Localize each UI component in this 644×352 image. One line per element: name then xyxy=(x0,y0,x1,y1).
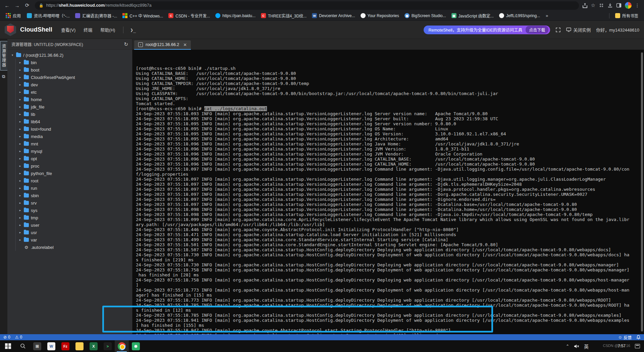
remoteshell-promo-banner[interactable]: RemoteShell，支持升级为全量IDE的资源访问工具 点击下载 xyxy=(424,26,550,34)
tree-item-user[interactable]: ▸user xyxy=(16,221,132,229)
tree-item-etc[interactable]: ▸etc xyxy=(16,88,132,96)
tree-item-jdk_file[interactable]: ▸jdk_file xyxy=(16,103,132,111)
bookmark-item[interactable]: WDevcenter Archive... xyxy=(310,12,357,19)
taskbar-filezilla-icon[interactable]: Fz xyxy=(58,340,72,352)
terminal-line: 24-Sep-2023 07:55:18.097 INFO [main] org… xyxy=(136,192,644,197)
tree-item-var[interactable]: ▸var xyxy=(16,236,132,244)
terminal-scrollbar[interactable] xyxy=(641,52,643,332)
menu-help[interactable]: 帮助(H) xyxy=(100,27,115,33)
tree-item-mnt[interactable]: ▸mnt xyxy=(16,140,132,147)
problems-warnings[interactable]: ⚠ 0 xyxy=(15,335,22,340)
tray-expand-icon[interactable]: ⌃ xyxy=(566,344,569,349)
tree-item-lost+found[interactable]: ▸lost+found xyxy=(16,125,132,133)
volume-muted-icon[interactable] xyxy=(574,344,579,349)
tree-item-autorelabel[interactable]: ⚙.autorelabel xyxy=(16,244,132,251)
back-icon[interactable]: ← xyxy=(3,1,11,9)
terminal-tabbar: › root@121.36.66.2 ✕ xyxy=(132,39,644,50)
terminal-output[interactable]: [root@hcss-ecs-c650 bin]# ./startup.shUs… xyxy=(132,50,644,334)
taskbar-clock[interactable]: 7:57 CSDN @ym...16 xyxy=(593,340,630,352)
fullscreen-icon[interactable] xyxy=(555,27,561,33)
tree-item-media[interactable]: ▸media xyxy=(16,133,132,140)
tree-item-proc[interactable]: ▸proc xyxy=(16,162,132,170)
bookmark-item[interactable]: CTHREE实战4_3D纹... xyxy=(259,12,309,19)
taskbar-code-terminal-icon[interactable]: > xyxy=(101,340,115,352)
bookmark-item[interactable]: ▣BigScreen Studio... xyxy=(402,12,448,19)
tree-item-root[interactable]: ▸root xyxy=(16,177,132,184)
terminal-line: 24-Sep-2023 07:55:18.095 INFO [main] org… xyxy=(136,131,644,136)
lock-icon: 🔒 xyxy=(39,3,44,8)
tree-item-sbin[interactable]: ▸sbin xyxy=(16,192,132,199)
tree-item-home[interactable]: ▸home xyxy=(16,96,132,103)
notifications-bell-icon[interactable] xyxy=(636,335,641,340)
bookmark-item[interactable]: CCSDN - 专业开发... xyxy=(166,12,212,19)
taskbar-app-window-icon[interactable]: ▣ xyxy=(30,340,44,352)
address-bar[interactable]: 🔒 https://shell.huaweicloud.com/remote/k… xyxy=(35,1,579,10)
menu-kebab-icon[interactable]: ⋮ xyxy=(635,3,640,8)
chevron-right-icon: ▸ xyxy=(18,201,22,205)
tree-item-boot[interactable]: ▸boot xyxy=(16,66,132,74)
downloads-icon[interactable] xyxy=(607,3,613,8)
side-panel-icon[interactable] xyxy=(616,3,622,8)
activity-tab-explorer[interactable]: 资源管理器 xyxy=(0,41,8,71)
share-icon[interactable] xyxy=(582,3,588,8)
new-terminal-icon[interactable]: ❯_ xyxy=(130,27,136,33)
all-bookmarks-button[interactable]: 所有书签 xyxy=(613,12,641,19)
bookmark-item[interactable]: 汇编语言|寄存器 -... xyxy=(73,12,119,19)
input-language[interactable]: 英 xyxy=(584,343,589,350)
extension-icon[interactable] xyxy=(599,3,604,8)
tree-item-lib[interactable]: ▸lib xyxy=(16,111,132,118)
files-icon[interactable]: ⧉ xyxy=(2,74,5,79)
tree-item-opt[interactable]: ▸opt xyxy=(16,155,132,162)
apps-shortcut[interactable]: 应用 xyxy=(3,12,23,19)
bookmarks-overflow-icon[interactable]: » xyxy=(544,13,550,18)
tree-item-sys[interactable]: ▸sys xyxy=(16,207,132,214)
taskbar-excel-icon[interactable]: X xyxy=(87,340,101,352)
tree-item-tmp[interactable]: ▸tmp xyxy=(16,214,132,221)
refresh-icon[interactable]: ↻ xyxy=(124,41,128,47)
chevron-right-icon: ▸ xyxy=(18,127,22,131)
reload-icon[interactable]: ⟳ xyxy=(23,1,32,9)
bookmark-item[interactable]: Your Repositories xyxy=(358,12,401,19)
taskbar-wechat-icon[interactable]: ◉ xyxy=(129,340,143,352)
action-center-icon[interactable] xyxy=(635,344,640,348)
menu-view[interactable]: 查看(V) xyxy=(61,27,75,33)
taskbar-search-button[interactable] xyxy=(15,340,30,352)
bookmark-item[interactable]: https://pan.baidu... xyxy=(213,12,258,19)
tree-item-python_file[interactable]: ▸python_file xyxy=(16,170,132,177)
close-instance-button[interactable]: 关闭实例 xyxy=(566,27,591,33)
chevron-right-icon: ▸ xyxy=(18,98,22,101)
bookmark-star-icon[interactable]: ☆ xyxy=(591,2,595,8)
forward-icon[interactable]: → xyxy=(13,1,21,9)
tree-item-dev[interactable]: ▸dev xyxy=(16,81,132,88)
tree-item-run[interactable]: ▸run xyxy=(16,184,132,192)
tree-root-item[interactable]: ▾/ (root@121.36.66.2) xyxy=(7,51,132,59)
problems-errors[interactable]: ⊘ 0 xyxy=(3,335,10,340)
tree-item-label: CloudrResetPwdAgent xyxy=(31,75,75,80)
bookmark-item[interactable]: ▤JavaScript 函数定... xyxy=(449,12,496,19)
user-greeting: 你好，my1432448610 xyxy=(596,27,639,33)
taskbar-chrome-icon[interactable] xyxy=(115,340,129,352)
profile-avatar[interactable] xyxy=(625,2,632,9)
tree-item-bin[interactable]: ▸bin xyxy=(16,59,132,66)
bookmark-item[interactable]: C++ 中 Windows... xyxy=(120,12,165,19)
feedback-button[interactable]: ☺ 反馈 xyxy=(618,335,632,340)
terminal-tab-close-icon[interactable]: ✕ xyxy=(183,42,187,47)
bookmark-item[interactable]: JeffLi1993/spring... xyxy=(497,12,542,19)
header-divider xyxy=(123,27,123,33)
tree-item-usr[interactable]: ▸usr xyxy=(16,229,132,236)
tree-item-srv[interactable]: ▸srv xyxy=(16,199,132,207)
terminal-tab[interactable]: › root@121.36.66.2 ✕ xyxy=(134,40,191,50)
tree-item-mysql[interactable]: ▸mysql xyxy=(16,147,132,155)
menu-terminal[interactable]: 终端 xyxy=(84,27,92,33)
download-button[interactable]: 点击下载 xyxy=(526,26,548,34)
file-explorer-sidebar: 资源管理器: UNTITLED (WORKSPACE) ↻ ▾/ (root@1… xyxy=(7,39,132,334)
tree-item-CloudrResetPwdAgent[interactable]: ▸CloudrResetPwdAgent xyxy=(16,74,132,81)
bookmark-item[interactable]: 资讯-哔哩哔哩（°-... xyxy=(24,12,72,19)
taskbar-file-explorer-icon[interactable] xyxy=(72,340,87,352)
tree-item-lib64[interactable]: ▸lib64 xyxy=(16,118,132,125)
folder-icon xyxy=(24,149,29,153)
start-button[interactable] xyxy=(1,340,15,352)
taskbar-word-doc-icon[interactable]: W xyxy=(44,340,58,352)
terminal-line: 24-Sep-2023 07:55:18.965 INFO [main] org… xyxy=(136,333,644,334)
explorer-header-label: 资源管理器: UNTITLED (WORKSPACE) xyxy=(11,41,83,47)
